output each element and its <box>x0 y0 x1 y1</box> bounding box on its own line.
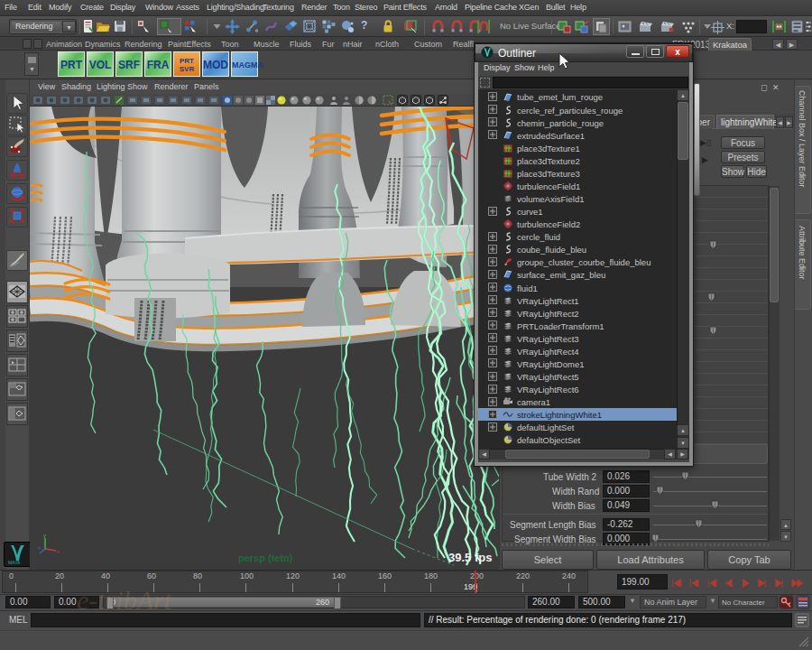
svg-text:x: x <box>57 549 60 554</box>
svg-text:MAYA: MAYA <box>8 560 21 565</box>
svg-text:y: y <box>43 533 46 538</box>
svg-text:z: z <box>38 545 41 551</box>
